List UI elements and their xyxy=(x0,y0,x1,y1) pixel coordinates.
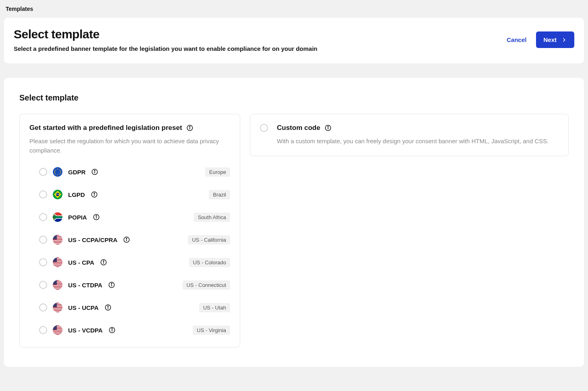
svg-point-7 xyxy=(60,171,61,172)
info-icon[interactable] xyxy=(108,326,116,334)
flag-br-icon xyxy=(53,190,62,199)
svg-rect-87 xyxy=(53,326,62,327)
svg-rect-99 xyxy=(328,128,328,130)
svg-rect-81 xyxy=(53,303,57,307)
svg-point-8 xyxy=(55,169,56,170)
svg-rect-68 xyxy=(53,288,62,289)
header-card: Select template Select a predefined bann… xyxy=(4,18,584,63)
preset-row-ucpa[interactable]: US - UCPA US - Utah xyxy=(39,300,230,315)
svg-point-6 xyxy=(54,171,55,172)
svg-point-47 xyxy=(126,238,127,239)
svg-rect-78 xyxy=(53,308,62,309)
svg-point-98 xyxy=(328,126,328,127)
content-card: Select template Get started with a prede… xyxy=(4,78,584,367)
radio-cpa[interactable] xyxy=(39,258,47,266)
preset-row-cpa[interactable]: US - CPA US - Colorado xyxy=(39,255,230,270)
preset-row-gdpr[interactable]: GDPR Europe xyxy=(39,165,230,179)
svg-rect-39 xyxy=(53,236,62,236)
custom-code-panel[interactable]: Custom code With a custom template, you … xyxy=(250,114,569,156)
svg-rect-75 xyxy=(53,303,62,304)
svg-rect-18 xyxy=(95,171,96,174)
svg-point-15 xyxy=(60,173,61,174)
svg-point-17 xyxy=(94,170,95,171)
svg-point-71 xyxy=(111,283,112,284)
svg-point-10 xyxy=(55,174,56,174)
svg-point-13 xyxy=(60,170,61,171)
svg-rect-36 xyxy=(96,217,97,219)
region-chip: Europe xyxy=(205,167,230,177)
info-icon[interactable] xyxy=(324,124,332,132)
radio-ucpa[interactable] xyxy=(39,303,47,312)
info-icon[interactable] xyxy=(91,168,98,176)
preset-list: GDPR Europe LGPD Brazil xyxy=(39,165,230,337)
svg-rect-60 xyxy=(103,262,104,264)
preset-panel: Get started with a predefined legislatio… xyxy=(19,114,240,347)
flag-us-icon xyxy=(53,280,62,290)
preset-panel-title: Get started with a predefined legislatio… xyxy=(29,124,182,132)
svg-point-4 xyxy=(57,169,58,169)
flag-us-icon xyxy=(53,303,62,312)
preset-row-vcdpa[interactable]: US - VCDPA US - Virginia xyxy=(39,323,230,337)
preset-name: US - CTDPA xyxy=(68,282,102,289)
svg-point-12 xyxy=(54,170,55,171)
preset-row-ccpa[interactable]: US - CCPA/CPRA US - California xyxy=(39,232,230,247)
preset-row-popia[interactable]: POPIA South Africa xyxy=(39,210,230,224)
radio-ctdpa[interactable] xyxy=(39,281,47,289)
radio-custom-code[interactable] xyxy=(260,124,268,132)
svg-point-1 xyxy=(189,126,190,127)
info-icon[interactable] xyxy=(123,236,130,243)
region-chip: South Africa xyxy=(194,213,230,222)
radio-vcdpa[interactable] xyxy=(39,326,47,334)
section-title: Select template xyxy=(19,93,569,102)
svg-rect-79 xyxy=(53,309,62,310)
radio-ccpa[interactable] xyxy=(39,236,47,244)
flag-us-icon xyxy=(53,257,62,267)
preset-name: GDPR xyxy=(68,169,85,176)
svg-rect-84 xyxy=(108,307,108,309)
chevron-right-icon xyxy=(561,37,567,43)
breadcrumb: Templates xyxy=(0,0,588,18)
svg-point-83 xyxy=(108,306,108,307)
svg-point-95 xyxy=(112,328,112,329)
radio-gdpr[interactable] xyxy=(39,168,47,176)
flag-us-icon xyxy=(53,325,62,335)
svg-point-59 xyxy=(103,261,104,261)
radio-lgpd[interactable] xyxy=(39,190,47,199)
info-icon[interactable] xyxy=(108,281,115,289)
preset-row-ctdpa[interactable]: US - CTDPA US - Connecticut xyxy=(39,278,230,292)
svg-point-23 xyxy=(94,193,95,194)
info-icon[interactable] xyxy=(100,259,107,266)
page-subheading: Select a predefined banner template for … xyxy=(14,45,317,52)
svg-rect-91 xyxy=(53,332,62,333)
svg-rect-67 xyxy=(53,287,62,288)
radio-popia[interactable] xyxy=(39,213,47,221)
svg-rect-66 xyxy=(53,285,62,286)
svg-point-9 xyxy=(59,169,60,170)
region-chip: US - Connecticut xyxy=(183,280,230,290)
next-button[interactable]: Next xyxy=(536,31,574,48)
svg-point-11 xyxy=(59,174,60,174)
svg-rect-44 xyxy=(53,243,62,244)
region-chip: US - Utah xyxy=(199,303,230,312)
flag-za-icon xyxy=(53,212,62,222)
region-chip: US - Virginia xyxy=(193,326,230,335)
preset-name: US - CCPA/CPRA xyxy=(68,236,117,243)
flag-us-icon xyxy=(53,235,62,245)
cancel-button[interactable]: Cancel xyxy=(507,36,526,43)
preset-row-lgpd[interactable]: LGPD Brazil xyxy=(39,187,230,202)
svg-rect-45 xyxy=(53,235,57,239)
svg-rect-48 xyxy=(126,239,127,241)
svg-rect-55 xyxy=(53,264,62,265)
info-icon[interactable] xyxy=(91,191,98,198)
region-chip: US - Colorado xyxy=(189,258,230,267)
custom-panel-description: With a custom template, you can freely d… xyxy=(277,137,559,146)
svg-rect-57 xyxy=(53,257,57,262)
svg-rect-2 xyxy=(189,128,190,130)
region-chip: Brazil xyxy=(209,190,230,199)
info-icon[interactable] xyxy=(104,304,112,311)
info-icon[interactable] xyxy=(93,213,100,221)
info-icon[interactable] xyxy=(186,124,193,132)
svg-rect-54 xyxy=(53,263,62,263)
preset-name: US - CPA xyxy=(68,259,94,266)
svg-rect-72 xyxy=(111,284,112,286)
